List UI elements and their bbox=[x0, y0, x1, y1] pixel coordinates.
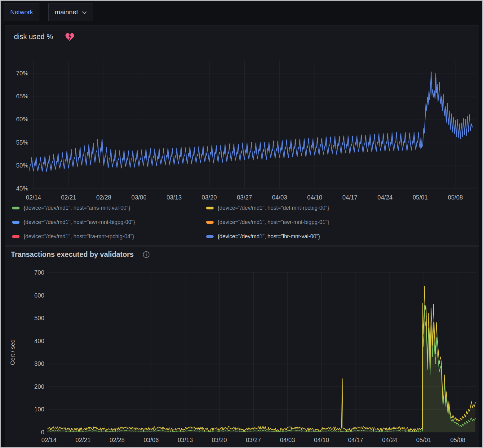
svg-text:05/08: 05/08 bbox=[448, 194, 463, 201]
svg-text:03/06: 03/06 bbox=[144, 437, 159, 443]
svg-text:02/28: 02/28 bbox=[109, 437, 125, 443]
svg-text:55%: 55% bbox=[16, 139, 28, 146]
transactions-chart[interactable]: 02/1402/2102/2803/0603/1303/2003/2704/03… bbox=[5, 264, 479, 447]
svg-text:03/20: 03/20 bbox=[212, 437, 227, 443]
svg-text:60%: 60% bbox=[16, 116, 28, 123]
grafana-dashboard: Network mainnet disk used % 02/1402/2102… bbox=[0, 0, 483, 448]
svg-text:45%: 45% bbox=[16, 185, 28, 192]
transactions-panel: Transactions executed by validators 02/1… bbox=[5, 246, 479, 448]
svg-text:05/01: 05/01 bbox=[413, 194, 428, 201]
svg-text:02/21: 02/21 bbox=[61, 194, 76, 201]
legend-series-label: {device="/dev/md1", host="ewr-mnt-bigpg-… bbox=[218, 219, 329, 226]
chevron-down-icon bbox=[82, 11, 87, 14]
disk-used-panel-title: disk used % bbox=[14, 33, 53, 41]
legend-series-label: {device="/dev/md1", host="del-mnt-rpcbig… bbox=[218, 205, 329, 211]
svg-text:02/14: 02/14 bbox=[26, 194, 41, 201]
svg-text:04/10: 04/10 bbox=[314, 437, 329, 443]
variable-bar: Network mainnet bbox=[1, 1, 482, 25]
svg-text:700: 700 bbox=[34, 269, 44, 276]
svg-text:03/13: 03/13 bbox=[178, 437, 193, 443]
variable-label-text: Network bbox=[10, 9, 33, 16]
legend-item[interactable]: {device="/dev/md1", host="fra-mnt-rpcbig… bbox=[12, 232, 202, 241]
disk-used-panel-header[interactable]: disk used % bbox=[14, 33, 74, 41]
legend-series-swatch bbox=[12, 221, 20, 224]
legend-series-swatch bbox=[206, 235, 214, 238]
broken-heart-icon bbox=[65, 33, 74, 41]
svg-text:200: 200 bbox=[34, 383, 44, 390]
legend-series-swatch bbox=[12, 235, 20, 238]
legend-series-label: {device="/dev/md1", host="lhr-mnt-val-00… bbox=[218, 233, 320, 240]
legend-item[interactable]: {device="/dev/md1", host="ams-mnt-val-00… bbox=[12, 203, 202, 213]
svg-text:04/24: 04/24 bbox=[382, 437, 397, 443]
legend-series-swatch bbox=[206, 207, 214, 209]
svg-text:50%: 50% bbox=[16, 162, 28, 169]
svg-text:02/28: 02/28 bbox=[96, 194, 111, 201]
svg-text:100: 100 bbox=[34, 406, 44, 413]
transactions-panel-title: Transactions executed by validators bbox=[11, 250, 134, 259]
legend-item[interactable]: {device="/dev/md1", host="ewr-mnt-bigpg-… bbox=[206, 217, 474, 227]
svg-text:04/10: 04/10 bbox=[307, 194, 322, 201]
transactions-panel-header[interactable]: Transactions executed by validators bbox=[11, 250, 150, 259]
svg-text:03/06: 03/06 bbox=[131, 194, 147, 201]
svg-text:500: 500 bbox=[34, 315, 44, 321]
legend-series-swatch bbox=[206, 221, 214, 224]
legend-series-label: {device="/dev/md1", host="fra-mnt-rpcbig… bbox=[24, 233, 134, 240]
svg-text:300: 300 bbox=[34, 360, 44, 367]
svg-text:04/17: 04/17 bbox=[348, 437, 363, 443]
svg-text:04/24: 04/24 bbox=[378, 194, 393, 201]
legend-series-label: {device="/dev/md1", host="ewr-mnt-bigpg-… bbox=[24, 219, 135, 226]
svg-text:03/27: 03/27 bbox=[246, 437, 261, 443]
svg-text:02/21: 02/21 bbox=[75, 437, 91, 443]
svg-text:65%: 65% bbox=[16, 93, 28, 100]
legend-item[interactable]: {device="/dev/md1", host="ewr-mnt-bigpg-… bbox=[12, 217, 202, 227]
svg-text:04/17: 04/17 bbox=[342, 194, 357, 201]
svg-text:03/13: 03/13 bbox=[166, 194, 182, 201]
svg-text:04/03: 04/03 bbox=[272, 194, 287, 201]
info-circle-icon[interactable] bbox=[142, 251, 150, 258]
network-dropdown[interactable]: mainnet bbox=[48, 3, 93, 21]
legend-item[interactable]: {device="/dev/md1", host="del-mnt-rpcbig… bbox=[206, 203, 474, 213]
disk-used-panel: disk used % 02/1402/2102/2803/0603/1303/… bbox=[5, 25, 479, 246]
svg-text:0: 0 bbox=[41, 429, 44, 436]
svg-text:600: 600 bbox=[34, 292, 44, 299]
svg-text:05/08: 05/08 bbox=[450, 437, 465, 443]
svg-text:05/01: 05/01 bbox=[416, 437, 431, 443]
svg-text:03/20: 03/20 bbox=[202, 194, 217, 201]
svg-text:04/03: 04/03 bbox=[280, 437, 295, 443]
svg-text:400: 400 bbox=[34, 338, 44, 344]
legend-series-label: {device="/dev/md1", host="ams-mnt-val-00… bbox=[24, 205, 130, 211]
svg-text:02/14: 02/14 bbox=[42, 437, 57, 443]
svg-text:Cert / sec: Cert / sec bbox=[9, 340, 16, 365]
variable-label[interactable]: Network bbox=[4, 3, 39, 21]
svg-text:03/27: 03/27 bbox=[237, 194, 252, 201]
disk-used-chart[interactable]: 02/1402/2102/2803/0603/1303/2003/2704/03… bbox=[5, 46, 479, 205]
svg-text:70%: 70% bbox=[16, 70, 28, 77]
legend-item[interactable]: {device="/dev/md1", host="lhr-mnt-val-00… bbox=[206, 232, 474, 241]
network-dropdown-value: mainnet bbox=[55, 8, 78, 16]
disk-used-legend: {device="/dev/md1", host="ams-mnt-val-00… bbox=[12, 203, 474, 241]
legend-series-swatch bbox=[12, 207, 20, 209]
